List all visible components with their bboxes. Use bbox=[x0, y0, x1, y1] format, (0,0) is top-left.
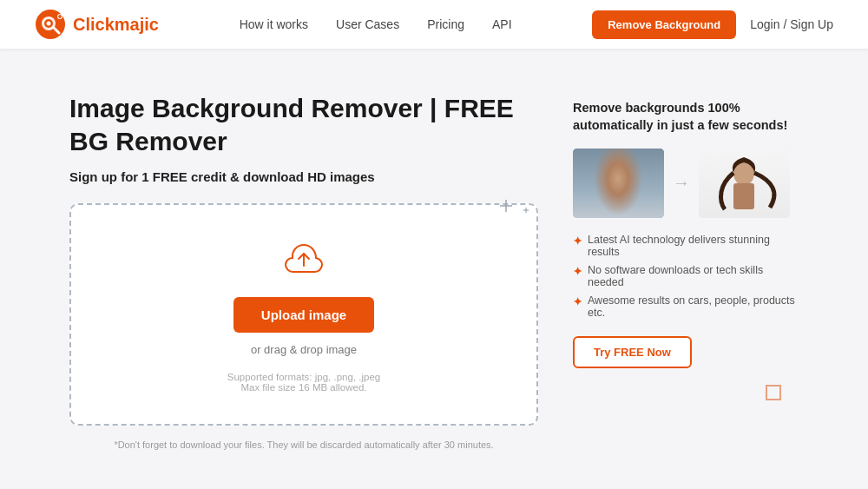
navbar-right: Remove Background Login / Sign Up bbox=[592, 10, 833, 39]
svg-rect-16 bbox=[606, 157, 623, 218]
before-image bbox=[573, 149, 664, 218]
feature-bullet-3: ✦ bbox=[573, 295, 582, 308]
left-panel: Image Background Remover | FREE BG Remov… bbox=[69, 92, 538, 453]
try-free-button[interactable]: Try FREE Now bbox=[573, 336, 692, 368]
navbar: Clickmajic How it works User Cases Prici… bbox=[0, 0, 868, 49]
svg-rect-20 bbox=[608, 183, 628, 209]
arrow-right-icon: → bbox=[673, 173, 690, 193]
deco-cross-right bbox=[498, 198, 529, 216]
logo[interactable]: Clickmajic bbox=[35, 9, 159, 40]
upload-button[interactable]: Upload image bbox=[233, 297, 374, 333]
nav-item-how-it-works[interactable]: How it works bbox=[240, 17, 308, 32]
nav-item-user-cases[interactable]: User Cases bbox=[336, 17, 399, 32]
svg-rect-15 bbox=[590, 166, 603, 218]
nav-item-pricing[interactable]: Pricing bbox=[427, 17, 464, 32]
feature-item-2: ✦ No software downloads or tech skills n… bbox=[573, 264, 799, 288]
features-list: ✦ Latest AI technology delivers stunning… bbox=[573, 234, 799, 319]
main-content: Image Background Remover | FREE BG Remov… bbox=[0, 49, 868, 487]
drag-drop-text: or drag & drop image bbox=[97, 343, 510, 356]
hero-title: Image Background Remover | FREE BG Remov… bbox=[69, 92, 538, 157]
login-signup-button[interactable]: Login / Sign Up bbox=[750, 17, 833, 31]
upload-area: Upload image or drag & drop image Suppor… bbox=[69, 203, 538, 426]
svg-rect-23 bbox=[733, 183, 754, 209]
deco-square bbox=[766, 385, 781, 400]
feature-item-1: ✦ Latest AI technology delivers stunning… bbox=[573, 234, 799, 258]
feature-item-3: ✦ Awesome results on cars, people, produ… bbox=[573, 294, 799, 319]
supported-formats: Supported formats: jpg, .png, .jpeg Max … bbox=[97, 372, 510, 393]
logo-text: Clickmajic bbox=[73, 15, 159, 35]
nav-item-api[interactable]: API bbox=[492, 17, 512, 32]
upload-icon-wrap bbox=[97, 236, 510, 281]
disclaimer: *Don't forget to download your files. Th… bbox=[69, 438, 538, 453]
upload-cloud-icon bbox=[283, 236, 325, 278]
nav-links: How it works User Cases Pricing API bbox=[240, 17, 512, 32]
logo-icon bbox=[35, 9, 66, 40]
after-image bbox=[699, 149, 790, 218]
remove-background-button[interactable]: Remove Background bbox=[592, 10, 736, 39]
svg-point-3 bbox=[47, 22, 51, 26]
hero-subtitle: Sign up for 1 FREE credit & download HD … bbox=[69, 169, 538, 184]
svg-rect-17 bbox=[634, 170, 644, 218]
svg-rect-18 bbox=[647, 179, 662, 218]
feature-bullet-2: ✦ bbox=[573, 265, 582, 278]
feature-bullet-1: ✦ bbox=[573, 235, 582, 248]
svg-rect-14 bbox=[577, 175, 588, 218]
right-panel-title: Remove backgrounds 100% automatically in… bbox=[573, 99, 799, 135]
svg-point-19 bbox=[608, 160, 628, 186]
before-after: → bbox=[573, 149, 799, 218]
svg-rect-13 bbox=[573, 149, 664, 218]
right-panel: Remove backgrounds 100% automatically in… bbox=[573, 92, 799, 453]
